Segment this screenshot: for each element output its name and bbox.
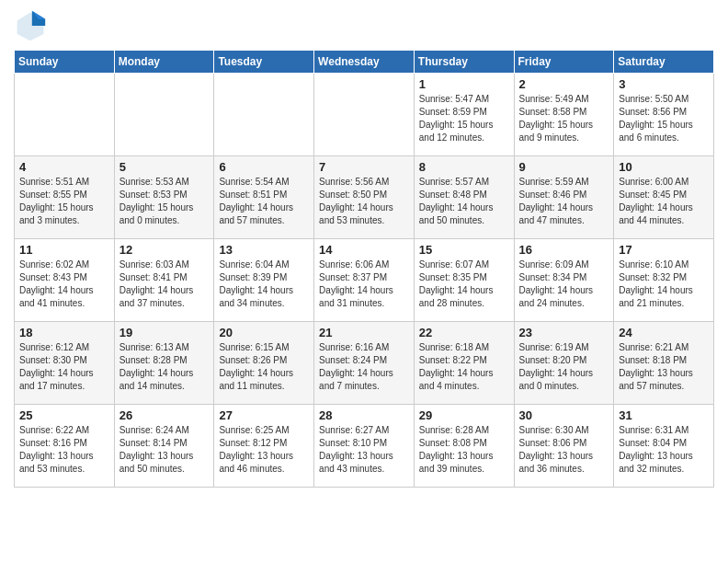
day-number: 12 (119, 243, 210, 257)
day-info: Sunrise: 5:59 AM Sunset: 8:46 PM Dayligh… (519, 176, 609, 227)
day-number: 25 (19, 408, 109, 422)
day-info: Sunrise: 5:53 AM Sunset: 8:53 PM Dayligh… (119, 176, 210, 227)
day-info: Sunrise: 5:57 AM Sunset: 8:48 PM Dayligh… (419, 176, 509, 227)
day-number: 10 (619, 160, 709, 174)
day-info: Sunrise: 5:51 AM Sunset: 8:55 PM Dayligh… (19, 176, 109, 227)
day-info: Sunrise: 5:49 AM Sunset: 8:58 PM Dayligh… (519, 93, 609, 144)
day-cell: 18Sunrise: 6:12 AM Sunset: 8:30 PM Dayli… (15, 322, 115, 405)
day-cell: 4Sunrise: 5:51 AM Sunset: 8:55 PM Daylig… (15, 156, 115, 239)
day-cell: 12Sunrise: 6:03 AM Sunset: 8:41 PM Dayli… (114, 239, 214, 322)
day-number: 31 (619, 408, 709, 422)
day-number: 6 (219, 160, 309, 174)
day-header-friday: Friday (514, 51, 614, 74)
day-number: 27 (219, 408, 309, 422)
day-info: Sunrise: 6:04 AM Sunset: 8:39 PM Dayligh… (219, 259, 309, 310)
day-cell: 15Sunrise: 6:07 AM Sunset: 8:35 PM Dayli… (414, 239, 514, 322)
day-info: Sunrise: 6:22 AM Sunset: 8:16 PM Dayligh… (19, 424, 109, 476)
week-row-2: 4Sunrise: 5:51 AM Sunset: 8:55 PM Daylig… (15, 156, 714, 239)
day-info: Sunrise: 6:21 AM Sunset: 8:18 PM Dayligh… (619, 341, 709, 393)
day-number: 7 (319, 160, 409, 174)
day-info: Sunrise: 5:47 AM Sunset: 8:59 PM Dayligh… (419, 93, 509, 144)
day-number: 8 (419, 160, 509, 174)
day-header-wednesday: Wednesday (314, 51, 415, 74)
day-number: 20 (219, 326, 309, 339)
day-cell: 24Sunrise: 6:21 AM Sunset: 8:18 PM Dayli… (614, 322, 714, 405)
calendar-table: SundayMondayTuesdayWednesdayThursdayFrid… (14, 50, 714, 488)
logo (14, 9, 51, 42)
day-cell (314, 74, 415, 156)
day-cell: 29Sunrise: 6:28 AM Sunset: 8:08 PM Dayli… (414, 405, 514, 488)
day-info: Sunrise: 6:18 AM Sunset: 8:22 PM Dayligh… (419, 341, 509, 393)
day-info: Sunrise: 5:54 AM Sunset: 8:51 PM Dayligh… (219, 176, 309, 227)
day-number: 5 (119, 160, 210, 174)
header (14, 9, 714, 42)
day-cell: 6Sunrise: 5:54 AM Sunset: 8:51 PM Daylig… (214, 156, 314, 239)
day-number: 29 (419, 408, 509, 422)
day-cell: 20Sunrise: 6:15 AM Sunset: 8:26 PM Dayli… (214, 322, 314, 405)
day-info: Sunrise: 6:07 AM Sunset: 8:35 PM Dayligh… (419, 259, 509, 310)
day-header-saturday: Saturday (614, 51, 714, 74)
day-number: 9 (519, 160, 609, 174)
day-cell: 17Sunrise: 6:10 AM Sunset: 8:32 PM Dayli… (614, 239, 714, 322)
day-info: Sunrise: 6:31 AM Sunset: 8:04 PM Dayligh… (619, 424, 709, 476)
day-number: 22 (419, 326, 509, 339)
day-number: 16 (519, 243, 609, 257)
day-info: Sunrise: 6:03 AM Sunset: 8:41 PM Dayligh… (119, 259, 210, 310)
day-number: 3 (619, 77, 709, 91)
day-cell: 7Sunrise: 5:56 AM Sunset: 8:50 PM Daylig… (314, 156, 415, 239)
day-number: 24 (619, 326, 709, 339)
day-number: 18 (19, 326, 109, 339)
day-info: Sunrise: 6:30 AM Sunset: 8:06 PM Dayligh… (519, 424, 609, 476)
day-number: 17 (619, 243, 709, 257)
day-cell: 21Sunrise: 6:16 AM Sunset: 8:24 PM Dayli… (314, 322, 415, 405)
day-cell: 1Sunrise: 5:47 AM Sunset: 8:59 PM Daylig… (414, 74, 514, 156)
day-info: Sunrise: 6:12 AM Sunset: 8:30 PM Dayligh… (19, 341, 109, 393)
week-row-5: 25Sunrise: 6:22 AM Sunset: 8:16 PM Dayli… (15, 405, 714, 488)
day-info: Sunrise: 5:56 AM Sunset: 8:50 PM Dayligh… (319, 176, 409, 227)
day-info: Sunrise: 5:50 AM Sunset: 8:56 PM Dayligh… (619, 93, 709, 144)
day-number: 14 (319, 243, 409, 257)
day-cell: 8Sunrise: 5:57 AM Sunset: 8:48 PM Daylig… (414, 156, 514, 239)
day-cell: 16Sunrise: 6:09 AM Sunset: 8:34 PM Dayli… (514, 239, 614, 322)
day-info: Sunrise: 6:00 AM Sunset: 8:45 PM Dayligh… (619, 176, 709, 227)
day-cell (15, 74, 115, 156)
day-number: 19 (119, 326, 210, 339)
day-info: Sunrise: 6:19 AM Sunset: 8:20 PM Dayligh… (519, 341, 609, 393)
day-info: Sunrise: 6:27 AM Sunset: 8:10 PM Dayligh… (319, 424, 409, 476)
day-cell (214, 74, 314, 156)
day-info: Sunrise: 6:09 AM Sunset: 8:34 PM Dayligh… (519, 259, 609, 310)
day-number: 23 (519, 326, 609, 339)
day-number: 11 (19, 243, 109, 257)
day-number: 30 (519, 408, 609, 422)
day-header-sunday: Sunday (15, 51, 115, 74)
day-number: 13 (219, 243, 309, 257)
day-number: 28 (319, 408, 409, 422)
day-number: 4 (19, 160, 109, 174)
day-header-monday: Monday (114, 51, 214, 74)
day-cell: 30Sunrise: 6:30 AM Sunset: 8:06 PM Dayli… (514, 405, 614, 488)
day-number: 15 (419, 243, 509, 257)
day-info: Sunrise: 6:28 AM Sunset: 8:08 PM Dayligh… (419, 424, 509, 476)
day-cell: 26Sunrise: 6:24 AM Sunset: 8:14 PM Dayli… (114, 405, 214, 488)
day-cell: 25Sunrise: 6:22 AM Sunset: 8:16 PM Dayli… (15, 405, 115, 488)
page: SundayMondayTuesdayWednesdayThursdayFrid… (0, 0, 728, 497)
day-cell: 11Sunrise: 6:02 AM Sunset: 8:43 PM Dayli… (15, 239, 115, 322)
day-cell (114, 74, 214, 156)
day-number: 26 (119, 408, 210, 422)
day-cell: 31Sunrise: 6:31 AM Sunset: 8:04 PM Dayli… (614, 405, 714, 488)
day-cell: 10Sunrise: 6:00 AM Sunset: 8:45 PM Dayli… (614, 156, 714, 239)
day-cell: 27Sunrise: 6:25 AM Sunset: 8:12 PM Dayli… (214, 405, 314, 488)
week-row-3: 11Sunrise: 6:02 AM Sunset: 8:43 PM Dayli… (15, 239, 714, 322)
day-cell: 22Sunrise: 6:18 AM Sunset: 8:22 PM Dayli… (414, 322, 514, 405)
day-info: Sunrise: 6:15 AM Sunset: 8:26 PM Dayligh… (219, 341, 309, 393)
day-info: Sunrise: 6:16 AM Sunset: 8:24 PM Dayligh… (319, 341, 409, 393)
day-info: Sunrise: 6:06 AM Sunset: 8:37 PM Dayligh… (319, 259, 409, 310)
logo-icon (14, 9, 47, 42)
week-row-4: 18Sunrise: 6:12 AM Sunset: 8:30 PM Dayli… (15, 322, 714, 405)
day-number: 21 (319, 326, 409, 339)
day-cell: 2Sunrise: 5:49 AM Sunset: 8:58 PM Daylig… (514, 74, 614, 156)
day-cell: 23Sunrise: 6:19 AM Sunset: 8:20 PM Dayli… (514, 322, 614, 405)
day-info: Sunrise: 6:24 AM Sunset: 8:14 PM Dayligh… (119, 424, 210, 476)
day-cell: 28Sunrise: 6:27 AM Sunset: 8:10 PM Dayli… (314, 405, 415, 488)
day-info: Sunrise: 6:10 AM Sunset: 8:32 PM Dayligh… (619, 259, 709, 310)
